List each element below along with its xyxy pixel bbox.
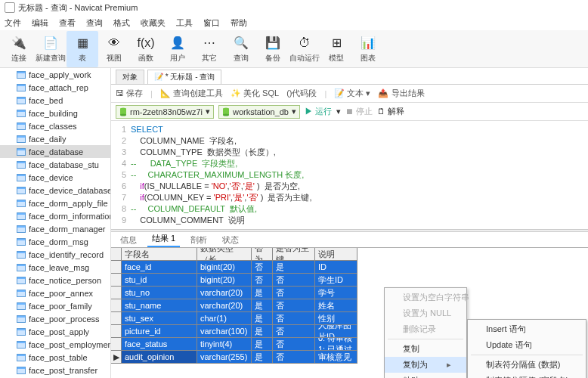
table-item-face_database[interactable]: face_database (0, 145, 110, 158)
cell[interactable]: stu_name (122, 299, 197, 312)
table-item-face_building[interactable]: face_building (0, 107, 110, 119)
col-header[interactable] (111, 248, 122, 261)
table-item-face_apply_work[interactable]: face_apply_work (0, 68, 110, 81)
cell[interactable]: 否 (273, 287, 315, 299)
cell[interactable]: 否 (273, 325, 315, 338)
menu-收藏夹[interactable]: 收藏夹 (141, 17, 166, 29)
menu-item-粘贴[interactable]: 粘贴 (385, 373, 466, 378)
result-tab-结果 1[interactable]: 结果 1 (147, 231, 180, 247)
table-row[interactable]: stu_novarchar(20)是否学号 (111, 287, 588, 299)
server-combo[interactable]: rm-2zetn83n05wz7i▾ (116, 105, 214, 119)
result-tab-信息[interactable]: 信息 (116, 233, 141, 247)
cell[interactable]: varchar(20) (197, 299, 252, 312)
cell[interactable]: 是 (252, 338, 273, 351)
toolbar-新建查询[interactable]: 📄新建查询 (35, 31, 67, 67)
table-item-face_bed[interactable]: face_bed (0, 94, 110, 107)
menu-帮助[interactable]: 帮助 (231, 17, 247, 29)
col-header[interactable]: 数据类型（长 (197, 248, 252, 261)
sql-editor[interactable]: 1SELECT2 COLUMN_NAME 字段名,3 COLUMN_TYPE 数… (111, 121, 588, 229)
cell[interactable]: face_status (122, 338, 197, 351)
table-item-face_daily[interactable]: face_daily (0, 132, 110, 145)
result-tab-状态[interactable]: 状态 (218, 233, 243, 247)
toolbar-用户[interactable]: 👤用户 (162, 31, 193, 67)
cell[interactable] (111, 274, 122, 287)
cell[interactable]: 是 (252, 351, 273, 364)
table-item-face_attach_rep[interactable]: face_attach_rep (0, 81, 110, 94)
cell[interactable]: 0: 待审核 1: 已通过 (315, 338, 357, 351)
cell[interactable] (111, 312, 122, 325)
cell[interactable]: picture_id (122, 325, 197, 338)
table-item-face_post_table[interactable]: face_post_table (0, 351, 110, 364)
cell[interactable]: 审核意见 (315, 351, 357, 364)
table-item-face_post_employmen[interactable]: face_post_employmen (0, 338, 110, 351)
cell[interactable] (111, 261, 122, 274)
toolbar-备份[interactable]: 💾备份 (257, 31, 289, 67)
cell[interactable]: 是 (252, 325, 273, 338)
cell[interactable]: 否 (252, 274, 273, 287)
submenu-item[interactable]: Insert 语句 (468, 321, 586, 337)
explain-button[interactable]: 🗒 解释 (377, 106, 404, 117)
table-item-face_poor_annex[interactable]: face_poor_annex (0, 287, 110, 299)
export-result-button[interactable]: 📤 导出结果 (378, 88, 424, 99)
table-item-face_poor_process[interactable]: face_poor_process (0, 312, 110, 325)
table-item-face_device[interactable]: face_device (0, 171, 110, 184)
table-item-face_post_transfer[interactable]: face_post_transfer (0, 364, 110, 376)
cell[interactable]: 姓名 (315, 299, 357, 312)
menu-item-复制[interactable]: 复制 (385, 341, 466, 357)
toolbar-图表[interactable]: 📊图表 (352, 31, 384, 67)
menu-查询[interactable]: 查询 (86, 17, 103, 29)
table-item-face_notice_person[interactable]: face_notice_person (0, 274, 110, 287)
toolbar-查询[interactable]: 🔍查询 (225, 31, 257, 67)
submenu-item[interactable]: 制表符分隔值 (字段名) (468, 373, 586, 378)
toolbar-连接[interactable]: 🔌连接 (3, 31, 35, 67)
menu-窗口[interactable]: 窗口 (203, 17, 220, 29)
cell[interactable]: ▶ (111, 351, 122, 364)
cell[interactable]: stu_no (122, 287, 197, 299)
cell[interactable]: 否 (273, 274, 315, 287)
table-item-face_identify_record[interactable]: face_identify_record (0, 248, 110, 261)
cell[interactable]: 是 (252, 287, 273, 299)
col-header[interactable]: 字段名 (122, 248, 197, 261)
code-snippet-button[interactable]: ()代码段 (286, 88, 317, 99)
beautify-sql-button[interactable]: ✨ 美化 SQL (231, 88, 279, 99)
cell[interactable] (111, 338, 122, 351)
col-header[interactable]: 是否为空 (252, 248, 273, 261)
cell[interactable]: varchar(255) (197, 351, 252, 364)
table-item-face_device_database[interactable]: face_device_database (0, 184, 110, 197)
cell[interactable]: 学生ID (315, 274, 357, 287)
cell[interactable] (111, 287, 122, 299)
cell[interactable]: varchar(100) (197, 325, 252, 338)
toolbar-自动运行[interactable]: ⏱自动运行 (289, 31, 320, 67)
cell[interactable]: 否 (273, 299, 315, 312)
menu-格式[interactable]: 格式 (113, 17, 130, 29)
menu-文件[interactable]: 文件 (5, 17, 21, 29)
copy-as-submenu[interactable]: Insert 语句Update 语句制表符分隔值 (数据)制表符分隔值 (字段名… (467, 319, 586, 378)
toolbar-函数[interactable]: f(x)函数 (130, 31, 162, 67)
table-item-face_poor_family[interactable]: face_poor_family (0, 299, 110, 312)
run-button[interactable]: ▶ 运行 (305, 106, 332, 117)
cell[interactable]: 人脸库图片ID (315, 325, 357, 338)
toolbar-视图[interactable]: 👁视图 (98, 31, 130, 67)
col-header[interactable]: 是否为主键 (273, 248, 315, 261)
menu-编辑[interactable]: 编辑 (32, 17, 48, 29)
menu-item-复制为[interactable]: 复制为▸ (385, 357, 466, 373)
submenu-item[interactable]: Update 语句 (468, 337, 586, 353)
table-row[interactable]: stu_namevarchar(20)是否姓名 (111, 299, 588, 312)
table-item-face_post_apply[interactable]: face_post_apply (0, 325, 110, 338)
col-header[interactable]: 说明 (315, 248, 357, 261)
table-item-face_dorm_information[interactable]: face_dorm_information (0, 209, 110, 222)
cell[interactable]: face_id (122, 261, 197, 274)
table-item-face_dorm_manager[interactable]: face_dorm_manager (0, 222, 110, 235)
result-tab-剖析[interactable]: 剖析 (186, 233, 212, 247)
cell[interactable]: varchar(20) (197, 287, 252, 299)
toolbar-表[interactable]: ▦表 (67, 31, 98, 67)
cell[interactable]: stu_sex (122, 312, 197, 325)
query-builder-button[interactable]: 📐 查询创建工具 (160, 88, 223, 99)
cell[interactable]: 是 (252, 312, 273, 325)
table-item-face_classes[interactable]: face_classes (0, 119, 110, 132)
cell[interactable]: 否 (273, 312, 315, 325)
tab-* 无标题 - 查询[interactable]: 📝 * 无标题 - 查询 (147, 70, 221, 84)
cell[interactable]: char(1) (197, 312, 252, 325)
cell[interactable]: 性别 (315, 312, 357, 325)
cell[interactable]: audit_opinion (122, 351, 197, 364)
